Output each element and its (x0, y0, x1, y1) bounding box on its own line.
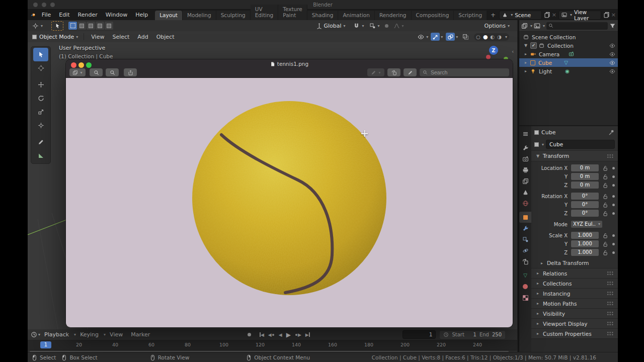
menu-window[interactable]: Window (102, 11, 131, 19)
lock-icon[interactable] (602, 165, 608, 171)
outliner-row-collection[interactable]: ▼ ✓ Collection (519, 41, 618, 50)
hide-eye-icon[interactable] (609, 68, 615, 74)
outliner-row-light[interactable]: ▸ Light ◉ (519, 67, 618, 75)
keyframe-dot[interactable] (612, 167, 615, 169)
tab-scripting[interactable]: Scripting (454, 11, 487, 20)
editor-type-button[interactable]: ▾ (30, 22, 45, 30)
collection-checkbox[interactable]: ✓ (530, 42, 537, 49)
keyframe-dot[interactable] (612, 212, 615, 215)
outliner-search[interactable] (546, 22, 608, 30)
shading-solid-button[interactable]: ● (483, 34, 488, 40)
tab-rendering[interactable]: Rendering (375, 11, 412, 20)
tab-physics[interactable] (519, 245, 531, 256)
lock-icon[interactable] (602, 173, 608, 180)
panel-custom-properties[interactable]: ▸Custom Properties (531, 328, 618, 338)
keyframe-dot[interactable] (612, 204, 615, 206)
new-scene-icon[interactable] (544, 12, 550, 18)
tool-annotate[interactable] (33, 135, 48, 149)
location-z-field[interactable]: 0 m (571, 182, 599, 189)
tool-scale[interactable] (33, 105, 48, 119)
location-x-field[interactable]: 0 m (571, 164, 599, 171)
lock-icon[interactable] (602, 193, 608, 200)
keyframe-dot[interactable] (612, 251, 615, 254)
keyframe-dot[interactable] (612, 175, 615, 178)
tool-measure[interactable] (33, 149, 48, 162)
tool-cursor[interactable] (33, 61, 48, 75)
scale-z-field[interactable]: 1.000 (571, 249, 599, 256)
proportional-falloff-dropdown[interactable]: ▾ (391, 22, 407, 30)
menu-render[interactable]: Render (74, 11, 102, 19)
keyframe-dot[interactable] (612, 243, 615, 245)
outliner-search-input[interactable] (555, 23, 587, 29)
panel-grip-icon[interactable] (607, 301, 614, 306)
rotation-mode-dropdown[interactable]: XYZ Eul..▾ (571, 221, 602, 228)
properties-editor-type-button[interactable] (519, 128, 531, 139)
timeline-editor-icon[interactable] (31, 331, 37, 338)
object-visibility-dropdown[interactable]: ▾ (415, 33, 431, 41)
current-frame-field[interactable]: 1 (403, 330, 436, 339)
jump-to-start-button[interactable]: ◀ (258, 332, 266, 337)
tab-view-layer[interactable] (519, 175, 531, 187)
transform-orientation-dropdown[interactable]: Global ▾ (313, 22, 348, 30)
keyframe-dot[interactable] (612, 234, 615, 237)
markup-toolbar-button[interactable] (404, 68, 417, 76)
select-mode-subtract[interactable] (87, 22, 95, 30)
menu-playback[interactable]: Playback (40, 330, 73, 339)
select-mode-set[interactable] (68, 22, 77, 30)
previous-keyframe-button[interactable]: ◀ (266, 332, 277, 337)
tool-transform[interactable] (33, 119, 48, 132)
tab-render[interactable] (519, 153, 531, 164)
snap-target-dropdown[interactable]: ▾ (367, 22, 382, 30)
add-workspace-button[interactable]: + (487, 12, 499, 19)
start-value[interactable]: 1 (467, 332, 476, 337)
breadcrumb-object[interactable]: Cube (541, 129, 555, 136)
tab-modeling[interactable]: Modeling (183, 11, 216, 20)
hide-eye-icon[interactable] (609, 60, 615, 66)
tool-move[interactable] (33, 78, 48, 92)
tab-sculpting[interactable]: Sculpting (216, 11, 251, 20)
panel-instancing[interactable]: ▸Instancing (531, 288, 618, 298)
expand-icon[interactable]: ▸ (523, 69, 528, 73)
jump-to-end-button[interactable]: ▶ (303, 332, 312, 337)
location-y-field[interactable]: 0 m (571, 173, 599, 180)
expand-icon[interactable]: ▼ (523, 43, 528, 48)
rotation-z-field[interactable]: 0° (571, 210, 599, 217)
panel-collections[interactable]: ▸Collections (531, 278, 618, 288)
shading-rendered-button[interactable]: ◑ (497, 34, 502, 40)
menu-help[interactable]: Help (131, 11, 152, 19)
rotation-x-field[interactable]: 0° (571, 193, 599, 200)
panel-grip-icon[interactable] (607, 331, 614, 336)
lock-icon[interactable] (602, 249, 608, 256)
play-button[interactable]: ▶ (284, 331, 293, 338)
preview-search[interactable] (420, 68, 509, 76)
tab-object[interactable] (519, 212, 531, 223)
tool-rotate[interactable] (33, 92, 48, 105)
tab-constraints[interactable] (519, 256, 531, 267)
expand-icon[interactable]: ▸ (523, 52, 528, 56)
lock-icon[interactable] (602, 182, 608, 189)
transform-panel-header[interactable]: ▼ Transform (531, 150, 618, 161)
zoom-out-button[interactable] (90, 68, 103, 76)
remove-view-layer-icon[interactable]: × (611, 12, 616, 18)
sidebar-view-button[interactable]: ▾ (69, 68, 86, 76)
snap-toggle-button[interactable]: ▾ (351, 22, 366, 30)
proportional-editing-button[interactable] (382, 23, 391, 29)
tab-texture-paint[interactable]: Texture Paint (278, 5, 307, 20)
menu-file[interactable]: File (38, 11, 55, 19)
delta-transform-panel[interactable]: ▸ Delta Transform (531, 258, 618, 268)
tab-shading[interactable]: Shading (307, 11, 339, 20)
mode-dropdown[interactable]: Object Mode ▾ (30, 33, 80, 41)
panel-grip-icon[interactable] (607, 291, 614, 296)
gizmo-axis-z[interactable]: Z (489, 46, 498, 55)
playhead-badge[interactable]: 1 (40, 341, 51, 348)
hide-eye-icon[interactable] (609, 43, 615, 49)
outliner-filter-id-icon[interactable] (534, 23, 540, 29)
tab-layout[interactable]: Layout (155, 11, 183, 20)
shading-material-button[interactable]: ◐ (491, 34, 495, 40)
tab-output[interactable] (519, 164, 531, 175)
tab-object-data[interactable]: ▽ (519, 270, 531, 281)
new-view-layer-icon[interactable] (603, 12, 610, 18)
tab-world[interactable] (519, 198, 531, 209)
select-mode-intersect[interactable] (105, 22, 113, 30)
tab-texture[interactable] (519, 292, 531, 303)
